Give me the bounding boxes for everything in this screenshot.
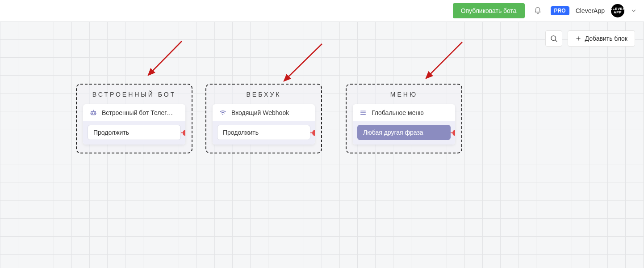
wifi-icon — [219, 109, 227, 117]
flow-block[interactable]: ВСТРОЕННЫЙ БОТВстроенный бот Телег…Продо… — [76, 84, 192, 153]
app-header: Опубликовать бота PRO CleverApp CLEVER A… — [0, 0, 644, 21]
svg-point-0 — [551, 36, 556, 41]
svg-point-5 — [92, 113, 93, 114]
annotation-arrow — [426, 42, 462, 78]
plus-icon — [575, 35, 581, 42]
block-card-header[interactable]: Входящий Webhook — [213, 104, 315, 121]
block-header-label: Глобальное меню — [372, 109, 424, 116]
block-card-footer: Любая другая фраза — [353, 121, 455, 145]
notifications-button[interactable] — [531, 4, 544, 17]
add-block-button[interactable]: Добавить блок — [568, 30, 635, 47]
block-card: Входящий WebhookПродолжить — [213, 104, 315, 145]
add-block-label: Добавить блок — [585, 35, 627, 42]
block-card-header[interactable]: Глобальное меню — [353, 104, 455, 121]
block-header-label: Входящий Webhook — [231, 109, 289, 116]
block-card-header[interactable]: Встроенный бот Телег… — [83, 104, 185, 121]
block-card-footer: Продолжить — [83, 121, 185, 145]
search-icon — [550, 34, 558, 43]
output-port[interactable] — [312, 130, 315, 136]
avatar-text: CLEVER APP — [610, 7, 625, 14]
user-name-label: CleverApp — [576, 7, 605, 14]
flow-canvas[interactable]: Добавить блок ВСТРОЕННЫЙ БОТВстроенный б… — [0, 21, 644, 268]
continue-button[interactable]: Любая другая фраза — [357, 125, 451, 140]
svg-line-1 — [555, 40, 556, 41]
canvas-toolbar: Добавить блок — [545, 30, 635, 47]
flow-block[interactable]: ВЕБХУКВходящий WebhookПродолжить — [205, 84, 322, 153]
block-title: ВСТРОЕННЫЙ БОТ — [83, 91, 185, 98]
block-card-footer: Продолжить — [213, 121, 315, 145]
publish-bot-button[interactable]: Опубликовать бота — [453, 3, 525, 18]
continue-button[interactable]: Продолжить — [217, 125, 310, 140]
continue-button[interactable]: Продолжить — [88, 125, 181, 140]
annotation-arrow — [284, 44, 322, 81]
annotation-arrow — [148, 41, 182, 75]
search-button[interactable] — [545, 30, 562, 47]
pro-badge: PRO — [551, 6, 569, 15]
block-title: МЕНЮ — [353, 91, 455, 98]
block-header-label: Встроенный бот Телег… — [102, 109, 173, 116]
robot-icon — [89, 109, 97, 117]
svg-point-10 — [222, 114, 223, 115]
output-port[interactable] — [452, 130, 455, 136]
output-port[interactable] — [183, 130, 185, 136]
svg-point-6 — [94, 113, 95, 114]
menu-icon — [359, 109, 367, 117]
bell-icon — [534, 7, 542, 15]
avatar[interactable]: CLEVER APP — [611, 4, 624, 17]
block-card: Встроенный бот Телег…Продолжить — [83, 104, 185, 145]
block-card: Глобальное менюЛюбая другая фраза — [353, 104, 455, 145]
block-title: ВЕБХУК — [213, 91, 315, 98]
chevron-down-icon[interactable] — [631, 8, 637, 14]
flow-block[interactable]: МЕНЮГлобальное менюЛюбая другая фраза — [346, 84, 462, 153]
